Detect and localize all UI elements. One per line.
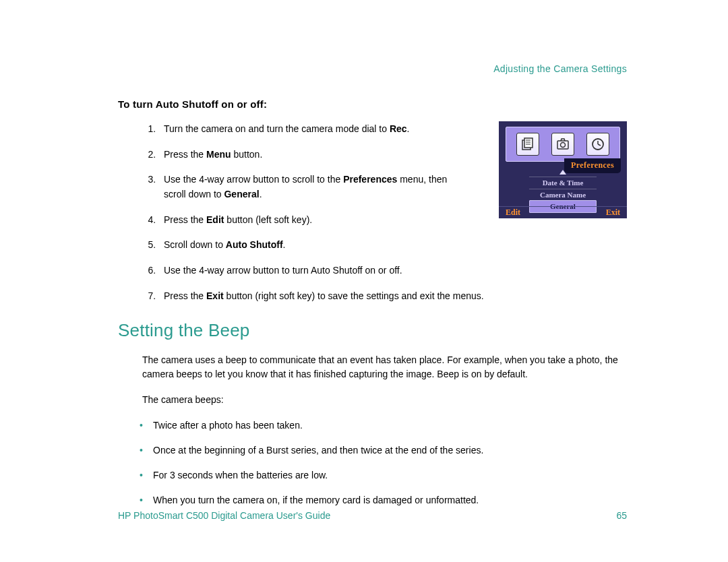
svg-point-6 — [561, 143, 566, 148]
lcd-icon-camera — [551, 133, 574, 156]
step-6: Use the 4-way arrow button to turn Auto … — [158, 263, 603, 278]
lcd-icon-files — [516, 133, 539, 156]
steps-list-2: Use the 4-way arrow button to turn Auto … — [118, 263, 603, 303]
step-5: Scroll down to Auto Shutoff. — [158, 238, 468, 253]
step-2: Press the Menu button. — [158, 148, 468, 162]
step-1: Turn the camera on and turn the camera m… — [158, 122, 468, 137]
footer-page-number: 65 — [616, 510, 627, 521]
lcd-icon-bar — [506, 127, 620, 162]
lcd-up-arrow-icon — [559, 170, 566, 175]
bullet-3: For 3 seconds when the batteries are low… — [153, 468, 603, 482]
svg-line-9 — [598, 144, 601, 146]
subheading-auto-shutoff: To turn Auto Shutoff on or off: — [118, 98, 627, 110]
lcd-menu-item-datetime: Date & Time — [529, 177, 597, 189]
beep-bullets: Twice after a photo has been taken. Once… — [118, 418, 603, 507]
lcd-tab-preferences: Preferences — [564, 158, 621, 173]
lcd-screen: Preferences Date & Time Camera Name Gene… — [499, 121, 627, 218]
heading-setting-the-beep: Setting the Beep — [118, 320, 627, 341]
beep-paragraph-2: The camera beeps: — [142, 393, 628, 408]
svg-rect-1 — [524, 138, 533, 148]
page-footer: HP PhotoSmart C500 Digital Camera User's… — [118, 510, 627, 521]
step-4: Press the Edit button (left soft key). — [158, 213, 468, 228]
steps-list-1: Turn the camera on and turn the camera m… — [118, 122, 468, 253]
bullet-2: Once at the beginning of a Burst series,… — [153, 443, 603, 458]
camera-lcd-figure: Preferences Date & Time Camera Name Gene… — [499, 121, 627, 218]
beep-paragraph-1: The camera uses a beep to communicate th… — [142, 353, 628, 382]
lcd-softkey-left: Edit — [506, 208, 520, 218]
lcd-softkeys: Edit Exit — [499, 206, 627, 218]
bullet-4: When you turn the camera on, if the memo… — [153, 493, 603, 507]
lcd-menu-item-cameraname: Camera Name — [529, 189, 597, 201]
footer-title: HP PhotoSmart C500 Digital Camera User's… — [118, 510, 330, 521]
lcd-icon-clock — [586, 133, 609, 156]
lcd-softkey-right: Exit — [606, 208, 620, 218]
bullet-1: Twice after a photo has been taken. — [153, 418, 603, 433]
step-3: Use the 4-way arrow button to scroll to … — [158, 173, 468, 201]
running-header: Adjusting the Camera Settings — [493, 63, 627, 74]
step-7: Press the Exit button (right soft key) t… — [158, 289, 603, 304]
